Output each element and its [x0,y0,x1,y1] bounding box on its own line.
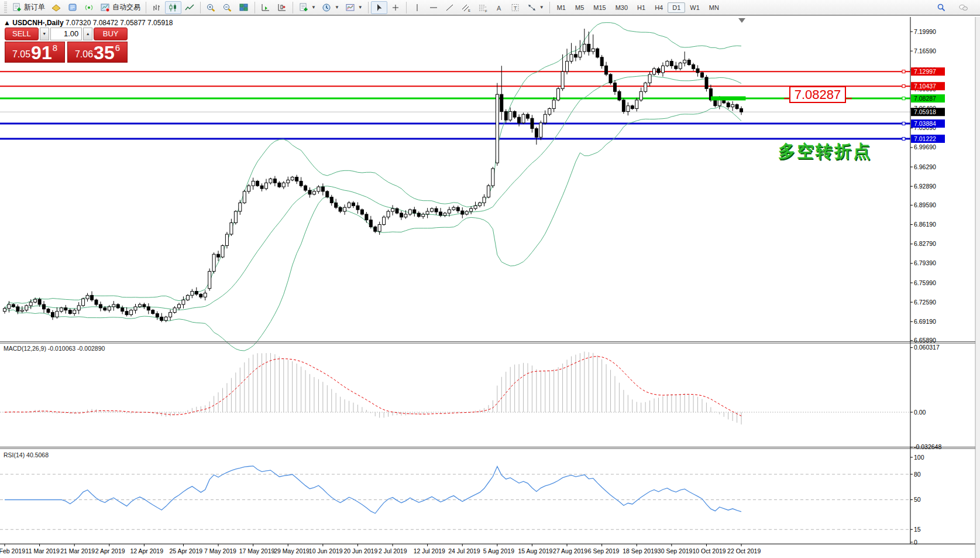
price-tick-label: 6.65890 [914,337,936,344]
toolbar-separator [293,2,293,13]
collapse-icon[interactable]: ▲ [4,19,11,27]
search-icon [936,3,947,12]
templates-button[interactable]: ▼ [342,1,366,14]
zoom-out-icon [222,3,233,12]
sell-price-display[interactable]: 7.05918 [5,42,65,63]
fibonacci-button[interactable]: F [474,1,491,14]
vertical-line-button[interactable] [409,1,425,14]
timeframe-button-d1[interactable]: D1 [668,2,685,13]
rsi-axis-label: 100 [914,454,924,461]
candle-chart-button[interactable] [165,1,181,14]
line-chart-button[interactable] [181,1,198,14]
symbol-period-label: USDCNH-,Daily [12,19,63,27]
price-tick-label: 6.82790 [914,240,936,247]
channel-icon: E [461,3,472,12]
text-label-button[interactable]: T [507,1,524,14]
date-label: 11 Mar 2019 [26,547,60,554]
date-label: 21 Mar 2019 [60,547,95,554]
volume-decrease-button[interactable]: ▼ [40,28,49,40]
cursor-button[interactable] [371,1,387,14]
search-button[interactable] [933,1,950,14]
market-watch-button[interactable] [48,1,64,14]
candle-chart-icon [168,3,178,12]
toolbar-separator [255,2,255,13]
chart-shift-icon [260,3,271,12]
zoom-in-button[interactable] [203,1,219,14]
gold-gem-icon [51,3,61,12]
chart-shift-button[interactable] [257,1,274,14]
horizontal-line-button[interactable] [425,1,442,14]
date-label: 27 Aug 2019 [553,547,587,554]
resistance-line-2-price-label-text: 7.10437 [914,83,936,90]
new-order-button[interactable]: 新订单 [9,1,48,14]
volume-input[interactable]: 1.00 [50,28,82,40]
mt4-window: 新订单自动交易▼▼▼EFAT▼M1M5M15M30H1H4D1W1MN 7.19… [0,0,980,558]
text-label-icon: T [510,3,521,12]
right-gutter [975,17,980,558]
chat-button[interactable] [955,1,972,14]
svg-text:E: E [468,9,470,12]
chevron-down-icon[interactable]: ▼ [539,5,544,10]
support-line-1-handle[interactable] [902,122,905,125]
resistance-line-2-handle[interactable] [902,85,905,88]
price-callout-box[interactable]: 7.08287 [789,86,846,103]
date-label: 24 Jul 2019 [448,547,480,554]
sell-button[interactable]: SELL [5,28,39,40]
chevron-down-icon[interactable]: ▼ [335,5,339,10]
timeframe-button-m5[interactable]: M5 [570,2,589,13]
periods-button[interactable]: ▼ [319,1,342,14]
indicators-button[interactable]: ▼ [295,1,319,14]
depth-of-market-button[interactable] [64,1,81,14]
channel-button[interactable]: E [458,1,474,14]
pivot-line-handle[interactable] [902,97,905,100]
shapes-button[interactable]: ▼ [524,1,547,14]
annotation-text[interactable]: 多空转折点 [778,140,872,163]
bid-price-label-text: 7.05918 [914,108,936,115]
trendline-button[interactable] [442,1,458,14]
timeframe-button-w1[interactable]: W1 [685,2,704,13]
toolbar-separator [549,2,550,13]
rsi-axis-label: 0 [914,539,917,546]
chart-title: ▲ USDCNH-,Daily 7.07320 7.08472 7.05877 … [4,19,173,27]
timeframe-button-h1[interactable]: H1 [632,2,650,13]
bar-chart-button[interactable] [149,1,165,14]
signals-button[interactable] [81,1,97,14]
price-tick-label: 6.96290 [914,163,936,170]
crosshair-button[interactable] [387,1,404,14]
resistance-line-1-handle[interactable] [902,70,905,73]
timeframe-button-h4[interactable]: H4 [650,2,668,13]
date-label: 27 Feb 2019 [0,547,25,554]
chat-icon [958,3,969,12]
support-line-2-price-label-text: 7.01222 [914,135,936,142]
autotrading-button[interactable]: 自动交易 [97,1,143,14]
buy-price-display[interactable]: 7.06356 [67,42,128,63]
chart-window[interactable]: 7.199907.165907.132907.098907.064907.030… [0,17,980,558]
date-label: 7 May 2019 [204,547,236,554]
zoom-out-button[interactable] [219,1,236,14]
buy-button[interactable]: BUY [94,28,128,40]
tile-windows-button[interactable] [236,1,252,14]
trendline-icon [445,3,455,12]
macd-axis-label: 0.00 [914,409,926,416]
timeframe-button-m30[interactable]: M30 [611,2,632,13]
macd-axis-label: 0.060317 [914,344,940,351]
date-label: 12 Apr 2019 [130,547,163,554]
signal-icon [84,3,94,12]
macd-indicator-label: MACD(12,26,9) -0.010063 -0.002890 [4,345,105,352]
date-label: 5 Aug 2019 [483,547,514,554]
auto-scroll-button[interactable] [274,1,290,14]
timeframe-button-mn[interactable]: MN [704,2,724,13]
fibonacci-icon: F [477,3,488,12]
sell-price-big: 91 [30,44,53,61]
vline-icon [412,3,422,12]
text-button[interactable]: A [491,1,507,14]
timeframe-button-m15[interactable]: M15 [589,2,610,13]
support-line-2-handle[interactable] [902,137,905,140]
volume-increase-button[interactable]: ▲ [83,28,92,40]
date-label: 18 Sep 2019 [623,547,658,554]
template-icon [345,3,356,12]
new-order-button-label: 新订单 [24,2,45,12]
chevron-down-icon[interactable]: ▼ [358,5,363,10]
chevron-down-icon[interactable]: ▼ [311,5,316,10]
timeframe-button-m1[interactable]: M1 [552,2,570,13]
